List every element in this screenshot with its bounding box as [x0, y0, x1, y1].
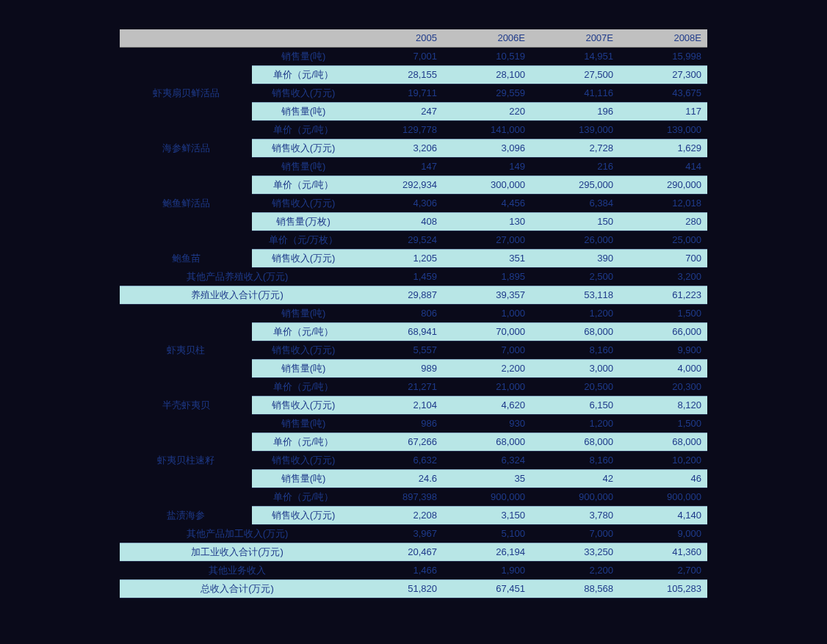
category-label — [120, 414, 252, 433]
value-cell: 53,118 — [531, 286, 619, 304]
value-cell: 61,223 — [619, 286, 707, 304]
value-cell: 70,000 — [443, 322, 531, 341]
table-row: 虾夷扇贝鲜活品销售收入(万元)19,71129,55941,11643,675 — [120, 84, 707, 102]
metric-label: 销售收入(万元) — [252, 139, 355, 157]
value-cell: 1,895 — [443, 267, 531, 286]
table-row: 销售量(吨)9869301,2001,500 — [120, 414, 707, 433]
category-label: 盐渍海参 — [120, 506, 252, 524]
value-cell: 3,150 — [443, 506, 531, 524]
value-cell: 196 — [531, 102, 619, 120]
value-cell: 10,200 — [619, 451, 707, 469]
category-label — [120, 488, 252, 506]
value-cell: 117 — [619, 102, 707, 120]
value-cell: 7,001 — [355, 47, 443, 65]
value-cell: 24.6 — [355, 469, 443, 488]
metric-label: 销售量(吨) — [252, 304, 355, 322]
metric-label: 单价（元/万枚） — [252, 231, 355, 249]
value-cell: 292,934 — [355, 176, 443, 194]
metric-label: 销售量(吨) — [252, 102, 355, 120]
category-label: 总收入合计(万元) — [120, 579, 355, 598]
table-row: 其他产品养殖收入(万元)1,4591,8952,5003,200 — [120, 267, 707, 286]
value-cell: 147 — [355, 157, 443, 176]
value-cell: 28,100 — [443, 65, 531, 84]
value-cell: 220 — [443, 102, 531, 120]
value-cell: 3,780 — [531, 506, 619, 524]
financial-table: 2005 2006E 2007E 2008E 销售量(吨)7,00110,519… — [120, 29, 707, 598]
category-label — [120, 120, 252, 139]
category-label: 其他业务收入 — [120, 561, 355, 579]
category-label — [120, 176, 252, 194]
value-cell: 4,000 — [619, 359, 707, 377]
value-cell: 1,200 — [531, 414, 619, 433]
value-cell: 408 — [355, 212, 443, 231]
value-cell: 19,711 — [355, 84, 443, 102]
value-cell: 3,200 — [619, 267, 707, 286]
value-cell: 150 — [531, 212, 619, 231]
value-cell: 300,000 — [443, 176, 531, 194]
table-row: 单价（元/吨）21,27121,00020,50020,300 — [120, 377, 707, 396]
value-cell: 1,466 — [355, 561, 443, 579]
value-cell: 3,000 — [531, 359, 619, 377]
value-cell: 700 — [619, 249, 707, 267]
category-label — [120, 433, 252, 451]
category-label: 其他产品加工收入(万元) — [120, 524, 355, 543]
value-cell: 1,500 — [619, 304, 707, 322]
table-row: 半壳虾夷贝销售收入(万元)2,1044,6206,1508,120 — [120, 396, 707, 414]
metric-label: 销售收入(万元) — [252, 84, 355, 102]
category-label — [120, 212, 252, 231]
table-row: 海参鲜活品销售收入(万元)3,2063,0962,7281,629 — [120, 139, 707, 157]
table-row: 其他产品加工收入(万元)3,9675,1007,0009,000 — [120, 524, 707, 543]
metric-label: 单价（元/吨） — [252, 433, 355, 451]
table-row: 销售量(吨)147149216414 — [120, 157, 707, 176]
metric-label: 销售量(吨) — [252, 157, 355, 176]
value-cell: 68,000 — [531, 433, 619, 451]
value-cell: 68,000 — [619, 433, 707, 451]
value-cell: 806 — [355, 304, 443, 322]
header-2008e: 2008E — [619, 29, 707, 47]
value-cell: 8,160 — [531, 451, 619, 469]
value-cell: 129,778 — [355, 120, 443, 139]
value-cell: 29,887 — [355, 286, 443, 304]
value-cell: 29,559 — [443, 84, 531, 102]
table-row: 销售量(吨)8061,0001,2001,500 — [120, 304, 707, 322]
category-label: 其他产品养殖收入(万元) — [120, 267, 355, 286]
value-cell: 2,700 — [619, 561, 707, 579]
value-cell: 105,283 — [619, 579, 707, 598]
value-cell: 10,519 — [443, 47, 531, 65]
metric-label: 销售量(万枚) — [252, 212, 355, 231]
value-cell: 1,629 — [619, 139, 707, 157]
value-cell: 2,728 — [531, 139, 619, 157]
category-label — [120, 304, 252, 322]
value-cell: 897,398 — [355, 488, 443, 506]
value-cell: 4,456 — [443, 194, 531, 212]
value-cell: 15,998 — [619, 47, 707, 65]
value-cell: 29,524 — [355, 231, 443, 249]
table-row: 销售量(吨)9892,2003,0004,000 — [120, 359, 707, 377]
table-row: 虾夷贝柱销售收入(万元)5,5577,0008,1609,900 — [120, 341, 707, 359]
value-cell: 8,160 — [531, 341, 619, 359]
table-row: 单价（元/吨）28,15528,10027,50027,300 — [120, 65, 707, 84]
category-label: 海参鲜活品 — [120, 139, 252, 157]
metric-label: 单价（元/吨） — [252, 65, 355, 84]
metric-label: 销售收入(万元) — [252, 396, 355, 414]
category-label: 加工业收入合计(万元) — [120, 543, 355, 561]
value-cell: 414 — [619, 157, 707, 176]
value-cell: 33,250 — [531, 543, 619, 561]
category-label — [120, 469, 252, 488]
category-label — [120, 47, 252, 65]
value-cell: 130 — [443, 212, 531, 231]
category-label — [120, 102, 252, 120]
table-row: 加工业收入合计(万元)20,46726,19433,25041,360 — [120, 543, 707, 561]
value-cell: 1,459 — [355, 267, 443, 286]
value-cell: 46 — [619, 469, 707, 488]
metric-label: 单价（元/吨） — [252, 176, 355, 194]
metric-label: 销售量(吨) — [252, 414, 355, 433]
metric-label: 销售收入(万元) — [252, 506, 355, 524]
category-label: 养殖业收入合计(万元) — [120, 286, 355, 304]
value-cell: 6,384 — [531, 194, 619, 212]
category-label — [120, 377, 252, 396]
category-label: 虾夷贝柱速籽 — [120, 451, 252, 469]
table-body: 销售量(吨)7,00110,51914,95115,998单价（元/吨）28,1… — [120, 47, 707, 598]
table-row: 盐渍海参销售收入(万元)2,2083,1503,7804,140 — [120, 506, 707, 524]
value-cell: 149 — [443, 157, 531, 176]
